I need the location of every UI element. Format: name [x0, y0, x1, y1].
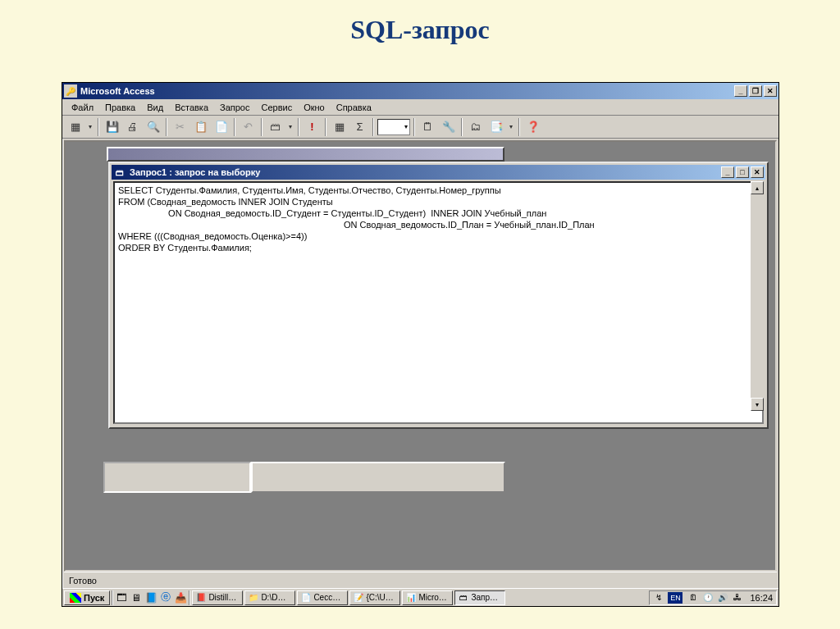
- menu-tools[interactable]: Сервис: [255, 101, 298, 114]
- status-text: Готово: [69, 576, 97, 586]
- paste-button[interactable]: 📄: [212, 118, 231, 136]
- top-values-combo[interactable]: ▾: [377, 119, 410, 135]
- properties-button[interactable]: 🗒: [418, 118, 437, 136]
- build-button[interactable]: 🔧: [439, 118, 458, 136]
- language-indicator[interactable]: EN: [668, 592, 682, 604]
- background-window-panel: [251, 462, 505, 493]
- task-label: Distill…: [208, 593, 236, 602]
- new-object-dropdown[interactable]: ▾: [507, 118, 515, 136]
- totals-button[interactable]: Σ: [350, 118, 369, 136]
- child-title-text: Запрос1 : запрос на выборку: [130, 167, 721, 177]
- task-icon: 📄: [301, 593, 311, 603]
- new-object-button[interactable]: 📑: [486, 118, 505, 136]
- menu-file[interactable]: Файл: [66, 101, 99, 114]
- view-button[interactable]: ▦: [66, 118, 84, 136]
- sql-line: WHERE (((Сводная_ведомость.Оценка)>=4)): [118, 230, 759, 242]
- query-type-dropdown[interactable]: ▾: [286, 118, 294, 136]
- toolbar-separator: [98, 118, 99, 136]
- sql-query-window: 🗃 Запрос1 : запрос на выборку _ □ ✕ SELE…: [108, 162, 769, 429]
- task-label: Micro…: [418, 593, 446, 602]
- query-type-button[interactable]: 🗃: [266, 118, 285, 136]
- quick-launch-icon[interactable]: 📥: [174, 591, 187, 604]
- child-close-button[interactable]: ✕: [751, 166, 764, 178]
- menu-query[interactable]: Запрос: [214, 101, 255, 114]
- slide-title: SQL-запрос: [0, 0, 840, 53]
- child-titlebar[interactable]: 🗃 Запрос1 : запрос на выборку _ □ ✕: [112, 165, 765, 180]
- sql-line: SELECT Студенты.Фамилия, Студенты.Имя, С…: [118, 185, 759, 196]
- menu-insert[interactable]: Вставка: [169, 101, 214, 114]
- taskbar-separator: [189, 590, 190, 605]
- taskbar-separator: [112, 590, 113, 605]
- tray-icon[interactable]: 🕐: [702, 592, 714, 604]
- cut-button[interactable]: ✂: [171, 118, 189, 136]
- quick-launch-icon[interactable]: 🗔: [115, 591, 128, 604]
- quick-launch-ie-icon[interactable]: ⓔ: [159, 591, 172, 604]
- minimize-button[interactable]: _: [734, 85, 747, 97]
- toolbar-separator: [261, 118, 262, 136]
- task-icon: 📕: [196, 593, 206, 603]
- menu-help[interactable]: Справка: [331, 101, 377, 114]
- main-title-text: Microsoft Access: [80, 86, 734, 96]
- taskbar-task[interactable]: 📝 {C:\U…: [349, 590, 400, 605]
- sql-line: ON Сводная_ведомость.ID_Студент = Студен…: [118, 207, 759, 219]
- sql-text-area[interactable]: SELECT Студенты.Фамилия, Студенты.Имя, С…: [113, 181, 764, 424]
- taskbar-task[interactable]: 📄 Сесс…: [297, 590, 348, 605]
- mdi-client-area: 🗃 Запрос1 : запрос на выборку _ □ ✕ SELE…: [64, 140, 777, 572]
- copy-button[interactable]: 📋: [191, 118, 210, 136]
- help-button[interactable]: ❓: [523, 118, 542, 136]
- tray-icon[interactable]: ↯: [653, 592, 664, 604]
- access-app-icon: 🔑: [64, 84, 77, 98]
- toolbar-separator: [166, 118, 167, 136]
- quick-launch-icon[interactable]: 🖥: [130, 591, 143, 604]
- task-label: D:\D…: [261, 593, 285, 602]
- db-window-button[interactable]: 🗂: [466, 118, 485, 136]
- print-button[interactable]: 🖨: [123, 118, 142, 136]
- child-maximize-button[interactable]: □: [736, 166, 749, 178]
- menu-window[interactable]: Окно: [298, 101, 331, 114]
- start-button[interactable]: Пуск: [64, 590, 110, 605]
- close-button[interactable]: ✕: [764, 85, 777, 97]
- scroll-down-button[interactable]: ▾: [751, 398, 764, 411]
- sql-line: ORDER BY Студенты.Фамилия;: [118, 242, 759, 253]
- menu-edit[interactable]: Правка: [99, 101, 141, 114]
- taskbar-task[interactable]: 📁 D:\D…: [244, 590, 295, 605]
- toolbar: ▦ ▾ 💾 🖨 🔍 ✂ 📋 📄 ↶ 🗃 ▾ ! ▦ Σ ▾ 🗒 🔧 🗂 📑 ▾ …: [62, 116, 778, 139]
- menu-bar: Файл Правка Вид Вставка Запрос Сервис Ок…: [62, 99, 778, 116]
- toolbar-separator: [298, 118, 299, 136]
- toolbar-separator: [461, 118, 463, 136]
- sql-line: ON Сводная_ведомость.ID_План = Учебный_п…: [118, 219, 759, 230]
- task-icon: 📁: [249, 593, 258, 603]
- maximize-button[interactable]: ❐: [749, 85, 762, 97]
- child-minimize-button[interactable]: _: [721, 166, 734, 178]
- status-bar: Готово: [64, 572, 777, 588]
- windows-flag-icon: [70, 593, 81, 603]
- task-icon: 📝: [354, 593, 363, 603]
- main-titlebar: 🔑 Microsoft Access _ ❐ ✕: [62, 83, 778, 99]
- vertical-scrollbar[interactable]: ▴ ▾: [751, 181, 764, 411]
- task-label: Запр…: [471, 593, 498, 602]
- sql-line: FROM (Сводная_ведомость INNER JOIN Студе…: [118, 196, 759, 207]
- system-tray: ↯ EN 🗓 🕐 🔊 🖧 16:24: [649, 590, 777, 605]
- taskbar-task[interactable]: 📊 Micro…: [402, 590, 453, 605]
- run-button[interactable]: !: [303, 118, 322, 136]
- undo-button[interactable]: ↶: [239, 118, 258, 136]
- toolbar-separator: [518, 118, 520, 136]
- task-icon: 📊: [406, 593, 416, 603]
- quick-launch-icon[interactable]: 📘: [144, 591, 158, 604]
- access-main-window: 🔑 Microsoft Access _ ❐ ✕ Файл Правка Вид…: [62, 82, 779, 607]
- taskbar-task[interactable]: 📕 Distill…: [192, 590, 243, 605]
- taskbar-clock: 16:24: [746, 593, 773, 603]
- task-label: Сесс…: [313, 593, 340, 602]
- preview-button[interactable]: 🔍: [144, 118, 162, 136]
- scroll-up-button[interactable]: ▴: [751, 181, 764, 194]
- taskbar-task-active[interactable]: 🗃 Запр…: [454, 590, 505, 605]
- query-doc-icon: 🗃: [113, 166, 126, 178]
- background-window-titlebar: [107, 147, 504, 162]
- tray-icon[interactable]: 🗓: [687, 592, 699, 604]
- menu-view[interactable]: Вид: [141, 101, 169, 114]
- view-dropdown[interactable]: ▾: [86, 118, 94, 136]
- save-button[interactable]: 💾: [103, 118, 121, 136]
- tray-icon[interactable]: 🖧: [732, 592, 743, 604]
- show-table-button[interactable]: ▦: [330, 118, 349, 136]
- tray-icon[interactable]: 🔊: [717, 592, 728, 604]
